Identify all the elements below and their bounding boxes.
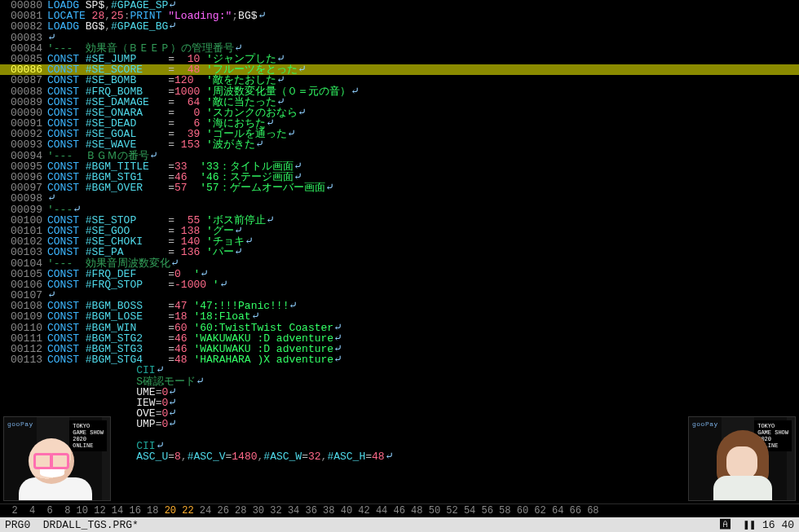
line-number: 00113 — [0, 354, 47, 365]
line-content: CONST #SE_WAVE = 153 '波がきた⤶ — [47, 139, 799, 150]
line-number: 00087 — [0, 75, 47, 86]
column-ruler: 2 4 6 8 10 12 14 16 18 20 22 24 26 28 30… — [0, 503, 799, 517]
line-number: 00083 — [0, 33, 47, 43]
code-line[interactable]: 00082LOADG BG$,#GPAGE_BG⤶ — [0, 21, 799, 32]
code-line[interactable]: 00097CONST #BGM_OVER =57 '57：ゲームオーバー画面⤶ — [0, 182, 799, 193]
line-number: 00089 — [0, 97, 47, 108]
line-number: 00110 — [0, 323, 47, 333]
code-line[interactable]: 00106CONST #FRQ_STOP =-1000 '⤶ — [0, 279, 799, 290]
event-tag: TOKYOGAME SHOW 2020ONLINE — [69, 420, 107, 451]
line-number: 00082 — [0, 21, 47, 32]
line-content: LOADG BG$,#GPAGE_BG⤶ — [47, 21, 799, 32]
line-number: 00103 — [0, 247, 47, 257]
line-content: CONST #BGM_OVER =57 '57：ゲームオーバー画面⤶ — [47, 182, 799, 193]
line-content: ASC_U=8,#ASC_V=1480,#ASC_W=32,#ASC_H=48⤶ — [47, 451, 799, 462]
sponsor-brand: gooPay — [7, 420, 33, 428]
line-number: 00084 — [0, 43, 47, 54]
line-number: 00109 — [0, 311, 47, 322]
line-number: 00093 — [0, 139, 47, 150]
line-content: ⤶ — [47, 193, 799, 204]
line-number: 00094 — [0, 151, 47, 161]
ruler-suffix: 24 26 28 30 32 34 36 38 40 42 44 46 48 5… — [194, 505, 599, 517]
line-content: CONST #FRQ_STOP =-1000 '⤶ — [47, 279, 799, 290]
status-indicators: 🅰 ❚❚ 16 40 — [720, 518, 794, 531]
ruler-prefix: 2 4 6 8 10 12 14 16 18 — [0, 505, 165, 517]
code-editor[interactable]: 00080LOADG SP$,#GPAGE_SP⤶00081LOCATE 28,… — [0, 0, 799, 503]
webcam-overlay-left: gooPay TOKYOGAME SHOW 2020ONLINE — [3, 416, 111, 501]
line-number: 00100 — [0, 215, 47, 226]
ruler-current: 20 22 — [165, 505, 194, 517]
line-number: 00088 — [0, 86, 47, 97]
webcam-overlay-right: gooPay TOKYOGAME SHOW 2020ONLINE — [688, 416, 796, 501]
status-filename: PRG0 DRDALL_TGS.PRG* — [5, 519, 139, 531]
line-number: 00099 — [0, 204, 47, 215]
code-line[interactable]: 00098⤶ — [0, 193, 799, 204]
line-number: 00098 — [0, 193, 47, 204]
line-content: UMP=0⤶ — [47, 419, 799, 429]
line-number: 00105 — [0, 269, 47, 279]
code-line[interactable]: UMP=0⤶ — [0, 419, 799, 429]
code-line[interactable]: ASC_U=8,#ASC_V=1480,#ASC_W=32,#ASC_H=48⤶ — [0, 451, 799, 462]
status-bar: PRG0 DRDALL_TGS.PRG* 🅰 ❚❚ 16 40 — [0, 517, 799, 532]
sponsor-brand: gooPay — [692, 420, 718, 428]
line-number: 00104 — [0, 258, 47, 269]
